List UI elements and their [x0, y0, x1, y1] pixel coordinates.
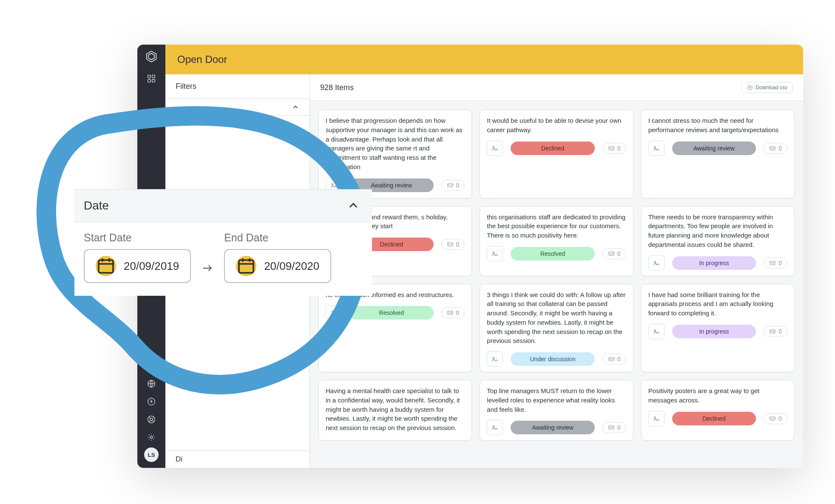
image-placeholder-icon: [648, 141, 665, 156]
feedback-card[interactable]: Positivity posters are a great way to ge…: [641, 380, 795, 441]
items-count: 928 Items: [320, 83, 354, 92]
feedback-card[interactable]: this organisations staff are dedicated t…: [480, 206, 633, 276]
svg-point-16: [654, 146, 656, 147]
svg-point-28: [654, 330, 656, 331]
image-placeholder-icon: [326, 305, 342, 320]
app-logo-icon: [144, 49, 159, 64]
status-badge: Resolved: [511, 247, 595, 260]
svg-rect-31: [609, 426, 614, 429]
settings-icon[interactable]: [144, 430, 159, 445]
messages-count[interactable]: 0: [602, 248, 626, 259]
page-header: Open Door: [165, 45, 803, 74]
card-body-text: Top line managers MUST return to the low…: [487, 386, 626, 414]
image-placeholder-icon: [487, 351, 503, 367]
calendar-icon: [236, 256, 256, 276]
svg-point-10: [150, 436, 153, 439]
svg-rect-27: [609, 357, 614, 361]
status-badge: Declined: [672, 412, 756, 425]
messages-count[interactable]: 0: [441, 180, 465, 191]
svg-rect-5: [152, 79, 155, 82]
messages-count[interactable]: 0: [764, 143, 787, 154]
svg-rect-15: [609, 147, 614, 150]
user-avatar[interactable]: LS: [144, 447, 159, 462]
image-placeholder-icon: [487, 420, 503, 435]
svg-rect-35: [239, 260, 253, 273]
feedback-card[interactable]: Top line managers MUST return to the low…: [480, 380, 633, 441]
svg-point-9: [150, 418, 153, 421]
svg-rect-25: [448, 311, 453, 314]
svg-point-20: [493, 252, 494, 253]
download-csv-button[interactable]: Download csv: [741, 82, 793, 93]
card-body-text: Having a mental health care specialist t…: [326, 386, 465, 433]
card-footer: Under discussion0: [487, 351, 626, 367]
download-small-icon: [747, 85, 753, 91]
svg-point-14: [493, 146, 494, 147]
directorate-section[interactable]: Di: [165, 450, 310, 468]
svg-rect-4: [148, 79, 151, 82]
messages-count[interactable]: 0: [602, 354, 626, 365]
status-badge: In progress: [672, 325, 756, 338]
svg-rect-2: [148, 75, 151, 78]
filter-section-toggle[interactable]: [165, 99, 310, 116]
svg-point-32: [654, 416, 656, 418]
calendar-icon: [96, 256, 116, 276]
image-placeholder-icon: [648, 411, 665, 426]
messages-count[interactable]: 0: [602, 422, 626, 433]
feedback-card[interactable]: he organisation informed es and restruct…: [318, 284, 472, 373]
messages-count[interactable]: 0: [441, 307, 465, 318]
feedback-card[interactable]: Having a mental health care specialist t…: [318, 380, 472, 441]
dashboard-icon[interactable]: [144, 71, 159, 86]
card-footer: In progress0: [648, 255, 787, 271]
start-date-label: Start Date: [84, 232, 191, 244]
card-body-text: this organisations staff are dedicated t…: [487, 212, 626, 240]
feedback-card[interactable]: 3 things I think we could do with: A fol…: [480, 284, 633, 373]
status-badge: Awaiting review: [672, 142, 756, 155]
card-footer: Awaiting review0: [487, 420, 626, 435]
status-badge: Resolved: [349, 306, 434, 320]
messages-count[interactable]: 0: [764, 326, 787, 337]
svg-rect-21: [609, 252, 614, 255]
cards-grid: I believe that progression depends on ho…: [310, 101, 803, 468]
messages-count[interactable]: 0: [602, 143, 626, 154]
svg-marker-1: [148, 54, 154, 60]
svg-point-30: [493, 426, 494, 427]
svg-point-22: [654, 261, 656, 262]
svg-point-12: [332, 183, 333, 184]
download-icon[interactable]: [144, 394, 159, 409]
end-date-input[interactable]: 20/09/2020: [224, 249, 331, 283]
feedback-card[interactable]: It would be useful to be able to devise …: [480, 110, 633, 198]
arrow-right-icon: [201, 262, 214, 283]
card-body-text: There needs to be more transparency with…: [648, 212, 787, 249]
start-date-value: 20/09/2019: [124, 260, 179, 273]
card-body-text: I believe that progression depends on ho…: [326, 116, 465, 172]
date-filter-panel: Date Start Date 20/09/2019: [74, 189, 372, 296]
start-date-input[interactable]: 20/09/2019: [84, 249, 191, 283]
messages-count[interactable]: 0: [441, 239, 465, 250]
content-header: 928 Items Download csv: [310, 74, 803, 101]
feedback-card[interactable]: There needs to be more transparency with…: [641, 206, 795, 276]
card-body-text: It would be useful to be able to devise …: [487, 116, 626, 135]
feedback-card[interactable]: I cannot stress too much the need for pe…: [641, 110, 795, 198]
card-body-text: Positivity posters are a great way to ge…: [648, 386, 787, 405]
messages-count[interactable]: 0: [764, 413, 787, 424]
svg-rect-19: [448, 243, 453, 246]
svg-point-26: [493, 357, 494, 359]
directorate-label-stub: Di: [176, 455, 182, 464]
card-body-text: I cannot stress too much the need for pe…: [648, 116, 787, 135]
end-date-label: End Date: [224, 232, 331, 244]
date-section-header[interactable]: Date: [74, 189, 372, 222]
messages-count[interactable]: 0: [764, 258, 787, 269]
svg-rect-3: [152, 75, 155, 78]
globe-icon[interactable]: [144, 376, 159, 391]
card-footer: Declined0: [487, 141, 626, 156]
page-title: Open Door: [177, 54, 227, 65]
card-body-text: 3 things I think we could do with: A fol…: [487, 290, 626, 346]
status-badge: Declined: [511, 142, 595, 155]
svg-rect-17: [770, 147, 775, 150]
svg-rect-23: [770, 261, 775, 265]
feedback-card[interactable]: I believe that progression depends on ho…: [318, 110, 472, 198]
image-placeholder-icon: [648, 324, 665, 339]
card-footer: Resolved0: [487, 246, 626, 261]
help-icon[interactable]: [144, 412, 159, 427]
feedback-card[interactable]: I have had some brilliant training for t…: [641, 284, 795, 373]
